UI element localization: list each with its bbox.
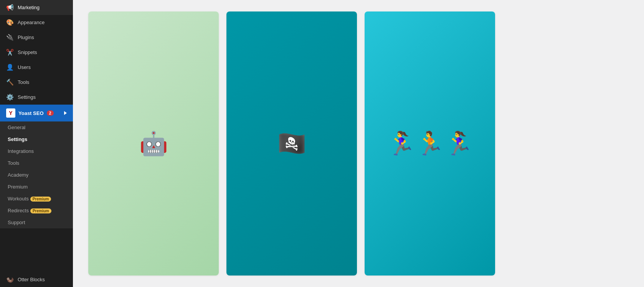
sidebar: 📢 Marketing 🎨 Appearance 🔌 Plugins ✂️ Sn… bbox=[0, 0, 73, 287]
redirects-premium-badge: Premium bbox=[30, 208, 51, 213]
sidebar-item-plugins[interactable]: 🔌 Plugins bbox=[0, 30, 73, 45]
yoast-badge: 2 bbox=[47, 110, 54, 116]
card-rest-api: 🤖 REST API endpoint This Yoast SEO REST … bbox=[88, 11, 219, 276]
sidebar-item-marketing[interactable]: 📢 Marketing bbox=[0, 0, 73, 15]
card-xml-sitemaps-image: 🏴‍☠️ bbox=[226, 11, 357, 276]
marketing-icon: 📢 bbox=[6, 4, 14, 11]
tools-icon: 🔨 bbox=[6, 79, 14, 86]
plugins-icon: 🔌 bbox=[6, 34, 14, 41]
snippets-icon: ✂️ bbox=[6, 49, 14, 56]
card-indexnow-image: 🏃‍♀️🏃🏃‍♀️ bbox=[365, 11, 495, 276]
sidebar-item-users[interactable]: 👤 Users bbox=[0, 60, 73, 75]
workouts-premium-badge: Premium bbox=[30, 197, 51, 202]
sidebar-sub-support[interactable]: Support bbox=[0, 216, 73, 228]
sidebar-item-tools[interactable]: 🔨 Tools bbox=[0, 75, 73, 90]
robot-illustration: 🤖 bbox=[139, 130, 168, 157]
yoast-logo: Y bbox=[6, 108, 15, 118]
sidebar-item-appearance[interactable]: 🎨 Appearance bbox=[0, 15, 73, 30]
main-content: 🤖 REST API endpoint This Yoast SEO REST … bbox=[73, 0, 644, 287]
sidebar-sub-redirects[interactable]: RedirectsPremium bbox=[0, 205, 73, 216]
sidebar-sub-general[interactable]: General bbox=[0, 121, 73, 133]
sidebar-item-snippets[interactable]: ✂️ Snippets bbox=[0, 45, 73, 60]
runners-illustration: 🏃‍♀️🏃🏃‍♀️ bbox=[387, 130, 473, 157]
card-xml-sitemaps: 🏴‍☠️ XML sitemaps Enable the Yoast SEO X… bbox=[226, 11, 357, 276]
sidebar-sub-premium[interactable]: Premium bbox=[0, 181, 73, 193]
sidebar-sub-workouts[interactable]: WorkoutsPremium bbox=[0, 193, 73, 205]
sidebar-item-otter[interactable]: 🦦 Otter Blocks bbox=[0, 272, 73, 287]
sidebar-sub-academy[interactable]: Academy bbox=[0, 169, 73, 181]
sidebar-sub-settings[interactable]: Settings bbox=[0, 133, 73, 145]
sidebar-arrow-icon bbox=[64, 111, 67, 115]
appearance-icon: 🎨 bbox=[6, 19, 14, 26]
sidebar-subnav: General Settings Integrations Tools Acad… bbox=[0, 121, 73, 228]
sidebar-sub-integrations[interactable]: Integrations bbox=[0, 145, 73, 157]
card-indexnow: 🏃‍♀️🏃🏃‍♀️ IndexNow Automatically ping se… bbox=[365, 11, 495, 276]
settings-icon: ⚙️ bbox=[6, 93, 14, 101]
users-icon: 👤 bbox=[6, 64, 14, 71]
otter-icon: 🦦 bbox=[6, 276, 14, 283]
pirate-illustration: 🏴‍☠️ bbox=[277, 130, 306, 157]
sidebar-sub-tools[interactable]: Tools bbox=[0, 157, 73, 169]
sidebar-item-settings[interactable]: ⚙️ Settings bbox=[0, 90, 73, 105]
card-rest-api-image: 🤖 bbox=[88, 11, 219, 276]
sidebar-item-yoast[interactable]: Y Yoast SEO 2 bbox=[0, 105, 73, 121]
